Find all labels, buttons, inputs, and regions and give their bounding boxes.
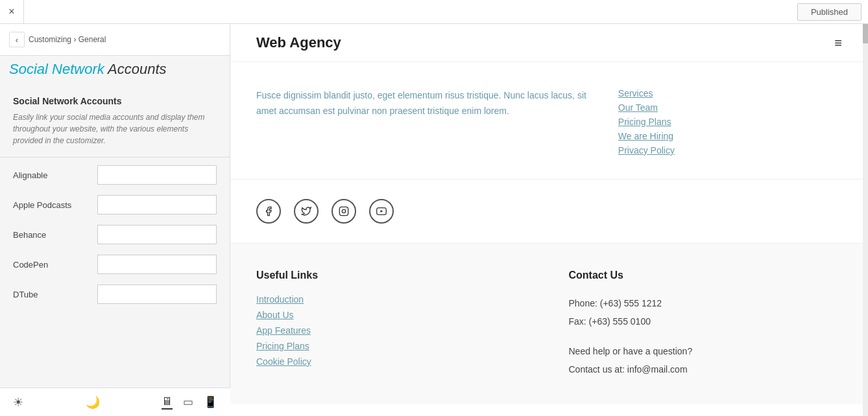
social-icons-row <box>230 179 868 244</box>
bottom-bar: ☀ 🌙 🖥 ▭ 📱 <box>0 387 230 416</box>
site-logo: Web Agency <box>256 34 341 51</box>
footer-phone: Phone: (+63) 555 1212 <box>569 294 843 312</box>
footer-contact-us: Contact Us Phone: (+63) 555 1212 Fax: (+… <box>569 270 843 378</box>
svg-point-2 <box>346 209 346 209</box>
footer-link-cookie-policy[interactable]: Cookie Policy <box>256 356 530 367</box>
site-body-text: Fusce dignissim blandit justo, eget elem… <box>256 88 592 119</box>
alignable-label: Alignable <box>13 170 91 180</box>
field-dtube: DTube <box>0 279 230 309</box>
footer-contact-email: Contact us at: info@mail.com <box>569 360 843 378</box>
dtube-label: DTube <box>13 290 91 299</box>
top-bar: × Published <box>0 0 868 24</box>
facebook-icon[interactable] <box>256 199 281 224</box>
field-behance: Behance <box>0 220 230 249</box>
dtube-input[interactable] <box>97 284 217 304</box>
divider <box>0 157 230 157</box>
panel-title: Social Network Accounts <box>0 56 230 83</box>
main-preview: Web Agency ≡ Fusce dignissim blandit jus… <box>230 24 868 416</box>
nav-link-our-team[interactable]: Our Team <box>618 102 842 113</box>
twitter-icon[interactable] <box>294 199 319 224</box>
nav-link-pricing[interactable]: Pricing Plans <box>618 117 842 127</box>
svg-point-1 <box>342 209 345 213</box>
nav-link-hiring[interactable]: We are Hiring <box>618 131 842 141</box>
apple-podcasts-input[interactable] <box>97 195 217 214</box>
breadcrumb: Customizing › General <box>29 35 106 44</box>
site-header: Web Agency ≡ <box>230 24 868 62</box>
codepen-label: CodePen <box>13 260 91 270</box>
panel-content: Social Network Accounts Easily link your… <box>0 83 230 416</box>
footer-contact-heading: Contact Us <box>569 270 843 281</box>
nav-link-services[interactable]: Services <box>618 88 842 98</box>
field-alignable: Alignable <box>0 160 230 190</box>
footer-fax: Fax: (+63) 555 0100 <box>569 312 843 330</box>
footer-useful-links-heading: Useful Links <box>256 270 530 281</box>
publish-button[interactable]: Published <box>797 3 862 21</box>
main-scrollbar[interactable] <box>863 24 868 416</box>
desktop-icon[interactable]: 🖥 <box>162 395 173 410</box>
footer-link-pricing-plans[interactable]: Pricing Plans <box>256 341 530 351</box>
back-button[interactable]: ‹ <box>9 32 25 47</box>
footer-useful-links: Useful Links Introduction About Us App F… <box>256 270 530 378</box>
panel-back-nav: ‹ Customizing › General <box>0 24 230 56</box>
moon-icon[interactable]: 🌙 <box>86 395 100 410</box>
svg-rect-0 <box>339 207 348 215</box>
footer-link-introduction[interactable]: Introduction <box>256 294 530 305</box>
apple-podcasts-label: Apple Podcasts <box>13 200 91 210</box>
mobile-icon[interactable]: 📱 <box>204 395 217 410</box>
footer-help-text: Need help or have a question? <box>569 342 843 360</box>
codepen-input[interactable] <box>97 255 217 274</box>
main-scrollbar-thumb[interactable] <box>863 24 868 43</box>
section-heading: Social Network Accounts <box>0 83 230 111</box>
svg-marker-3 <box>381 210 383 213</box>
close-button[interactable]: × <box>0 0 24 24</box>
tablet-icon[interactable]: ▭ <box>183 395 193 410</box>
instagram-icon[interactable] <box>332 199 356 224</box>
site-body-left: Fusce dignissim blandit justo, eget elem… <box>256 88 592 159</box>
footer-link-about-us[interactable]: About Us <box>256 310 530 320</box>
site-nav-links: Services Our Team Pricing Plans We are H… <box>618 88 842 159</box>
behance-label: Behance <box>13 230 91 240</box>
section-description: Easily link your social media accounts a… <box>0 111 230 154</box>
field-codepen: CodePen <box>0 249 230 279</box>
behance-input[interactable] <box>97 225 217 244</box>
site-body: Fusce dignissim blandit justo, eget elem… <box>230 62 868 179</box>
site-footer: Useful Links Introduction About Us App F… <box>230 244 868 404</box>
sun-icon[interactable]: ☀ <box>13 395 23 410</box>
alignable-input[interactable] <box>97 165 217 185</box>
youtube-icon[interactable] <box>369 199 394 224</box>
device-switcher: 🖥 ▭ 📱 <box>162 395 217 410</box>
hamburger-icon[interactable]: ≡ <box>834 36 842 51</box>
footer-link-app-features[interactable]: App Features <box>256 325 530 336</box>
field-apple-podcasts: Apple Podcasts <box>0 190 230 220</box>
nav-link-privacy[interactable]: Privacy Policy <box>618 145 842 156</box>
left-panel: ‹ Customizing › General Social Network A… <box>0 24 230 416</box>
